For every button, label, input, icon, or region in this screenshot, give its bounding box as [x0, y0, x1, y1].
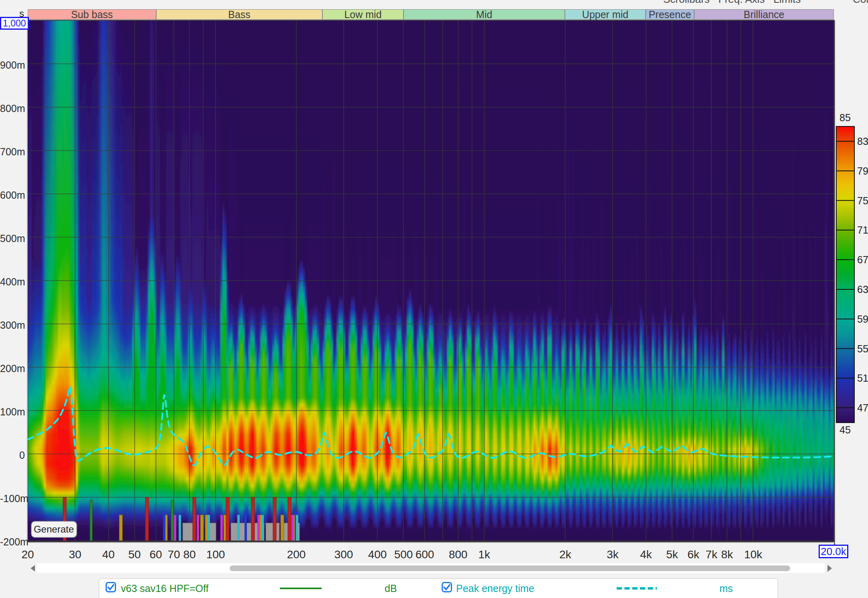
svg-text:63: 63 [857, 284, 868, 295]
svg-text:47: 47 [857, 402, 868, 413]
svg-text:Generate: Generate [34, 524, 74, 535]
svg-text:83: 83 [857, 136, 868, 147]
svg-text:55: 55 [857, 343, 868, 354]
svg-text:71: 71 [857, 224, 868, 236]
svg-text:59: 59 [857, 313, 868, 325]
svg-text:85: 85 [839, 112, 851, 123]
svg-text:79: 79 [857, 165, 868, 177]
svg-text:67: 67 [857, 254, 868, 265]
svg-text:75: 75 [857, 195, 868, 206]
svg-text:51: 51 [857, 372, 868, 384]
svg-text:45: 45 [839, 424, 851, 433]
